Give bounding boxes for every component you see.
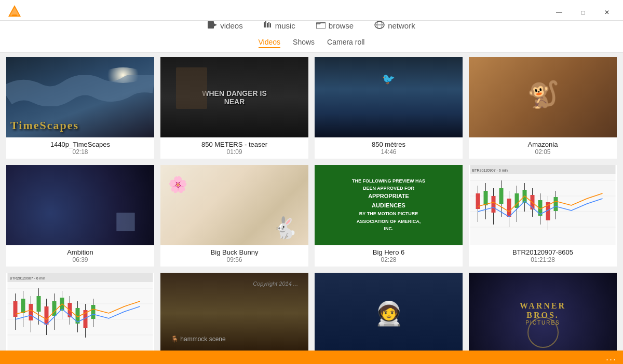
svg-rect-5 [264,22,265,27]
video-duration: 14:46 [317,148,461,156]
video-item-v11[interactable]: 🧑‍🚀 Gravity 02:22 [315,273,463,351]
video-info: Big Hero 6 02:28 [315,245,463,267]
video-title: Big Hero 6 [317,248,461,256]
svg-rect-28 [507,199,511,217]
video-duration: 02:05 [471,148,615,156]
title-bar: — □ ✕ [0,4,623,21]
nav-music-label: music [275,21,295,30]
svg-rect-49 [13,301,18,317]
svg-rect-7 [267,23,268,27]
sub-nav: Videos Shows Camera roll [0,35,623,52]
browse-icon [316,21,326,30]
svg-rect-6 [265,21,266,27]
minimize-button[interactable]: — [547,4,571,21]
svg-rect-53 [29,304,33,320]
nav-network-label: network [388,21,415,30]
video-item-v6[interactable]: 🐇 🌸 Big Buck Bunny 09:56 [160,165,308,267]
content-area: TimeScapes 1440p_TimeScapes 02:18 WHEN D… [0,53,623,351]
svg-rect-69 [91,305,96,319]
video-title: Ambition [8,248,152,256]
nav-videos[interactable]: videos [208,21,242,31]
sub-nav-shows[interactable]: Shows [293,38,315,48]
video-duration: 02:28 [317,256,461,263]
videos-icon [208,21,217,30]
video-info: Big Buck Bunny 09:56 [160,245,308,267]
sub-nav-camera[interactable]: Camera roll [327,38,364,48]
video-title: 850 mètres [317,141,461,148]
svg-rect-8 [268,22,269,27]
svg-rect-22 [484,191,488,205]
svg-rect-40 [554,197,558,211]
nav-network[interactable]: network [374,21,415,31]
video-info: 850 mètres 14:46 [315,137,463,159]
video-duration: 06:39 [8,256,152,263]
video-item-v3[interactable]: 🐦 850 mètres 14:46 [315,57,463,159]
video-duration: 09:56 [162,256,306,263]
video-title: BTR20120907-8605 [471,248,615,256]
video-item-v10[interactable]: Copyright 2014 ... 🪑 hammock scene CHAPP… [160,273,308,351]
video-item-v9[interactable]: BTR20120907 - 6 min BTR20120907-8605 01:… [6,273,154,351]
svg-text:BTR20120907 - 6 min: BTR20120907 - 6 min [472,169,508,172]
svg-rect-24 [492,196,496,213]
network-icon [374,21,385,31]
video-title: Amazonia [471,141,615,148]
svg-rect-57 [45,306,49,325]
svg-rect-26 [499,188,504,204]
nav-browse[interactable]: browse [316,21,354,31]
video-item-v5[interactable]: Ambition 06:39 [6,165,154,267]
video-info: Amazonia 02:05 [469,137,617,159]
video-item-v1[interactable]: TimeScapes 1440p_TimeScapes 02:18 [6,57,154,159]
video-duration: 02:18 [8,148,152,156]
video-item-v8[interactable]: BTR20120907 - 6 min BTR20120907-8605 01:… [469,165,617,267]
svg-rect-2 [12,15,17,16]
header-container: — □ ✕ videos music [0,0,623,53]
svg-rect-9 [270,23,271,27]
title-bar-controls: — □ ✕ [547,4,619,21]
svg-rect-51 [21,299,25,313]
nav-videos-label: videos [220,21,242,30]
bottom-bar: ... [0,351,623,364]
close-button[interactable]: ✕ [595,4,619,21]
vlc-logo [7,4,22,19]
video-title: 1440p_TimeScapes [8,141,152,148]
more-dots[interactable]: ... [606,352,617,363]
video-item-v12[interactable]: WARNER BROS. PICTURES Jupiter Ascending … [469,273,617,351]
maximize-button[interactable]: □ [571,4,595,21]
sub-nav-videos[interactable]: Videos [259,38,281,48]
video-grid: TimeScapes 1440p_TimeScapes 02:18 WHEN D… [6,57,617,351]
video-item-v7[interactable]: THE FOLLOWING PREVIEW HAS BEEN APPROVED … [315,165,463,267]
svg-marker-4 [214,23,217,26]
video-info: 1440p_TimeScapes 02:18 [6,137,154,159]
nav-music[interactable]: music [264,21,295,31]
video-info: Ambition 06:39 [6,245,154,267]
video-duration: 01:21:28 [471,256,615,263]
svg-rect-55 [37,296,41,312]
main-nav: videos music browse network [0,21,623,35]
svg-rect-20 [476,193,480,209]
video-item-v4[interactable]: 🐒 Amazonia 02:05 [469,57,617,159]
video-info: 850 METERS - teaser 01:09 [160,137,308,159]
svg-text:BTR20120907 - 6 min: BTR20120907 - 6 min [10,276,46,280]
video-duration: 01:09 [162,148,306,156]
video-info: BTR20120907-8605 01:21:28 [469,245,617,267]
svg-rect-3 [208,21,214,29]
video-title: 850 METERS - teaser [162,141,306,148]
music-icon [264,21,272,31]
video-title: Big Buck Bunny [162,248,306,256]
nav-browse-label: browse [329,21,354,30]
video-item-v2[interactable]: WHEN DANGER IS NEAR 850 METERS - teaser … [160,57,308,159]
